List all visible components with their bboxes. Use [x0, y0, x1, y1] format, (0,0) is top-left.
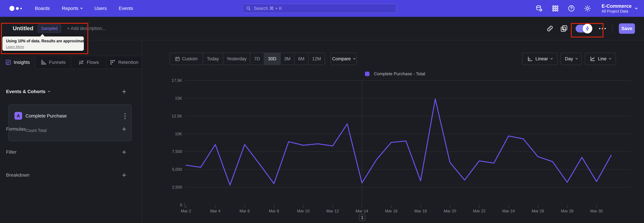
apps-grid-icon[interactable] — [552, 5, 559, 12]
add-description[interactable]: + Add description... — [67, 26, 106, 31]
compare-button[interactable]: Compare — [330, 53, 357, 65]
events-cohorts-label[interactable]: Events & Cohorts — [6, 89, 50, 94]
section-title: Events & Cohorts — [6, 89, 46, 94]
pagination-page-1[interactable]: 1 — [359, 214, 366, 221]
range-label: 3M — [284, 56, 291, 61]
y-axis-label: 15K — [154, 96, 182, 101]
insights-icon — [5, 59, 11, 65]
search-placeholder: Search ⌘ + K — [254, 6, 282, 11]
tab-funnels[interactable]: Funnels — [36, 56, 71, 69]
range-label: 12M — [312, 56, 321, 61]
copy-link-icon[interactable] — [546, 25, 554, 32]
filter-section: Filter + — [0, 145, 142, 159]
nav-item-users[interactable]: Users — [94, 6, 107, 11]
nav-item-events[interactable]: Events — [119, 6, 133, 11]
settings-gear-icon[interactable] — [584, 5, 591, 12]
learn-more-link[interactable]: Learn More — [6, 45, 24, 49]
nav-links: Boards Reports Users Events — [35, 6, 133, 11]
report-type-tabs: Insights Funnels Flows — [0, 56, 142, 69]
chevron-down-icon — [635, 7, 638, 10]
breakdown-section: Breakdown + — [0, 168, 142, 182]
nav-right-cluster: E-Commerce All Project Data — [536, 0, 637, 17]
scale-dropdown[interactable]: Linear — [522, 53, 558, 65]
search-input[interactable]: Search ⌘ + K — [242, 4, 397, 13]
x-axis-label: Mar 8 — [262, 209, 286, 213]
range-yesterday[interactable]: Yesterday — [223, 53, 250, 65]
range-30d[interactable]: 30D — [264, 53, 280, 65]
add-event-button[interactable]: + — [120, 87, 128, 96]
x-axis-label: Mar 4 — [204, 209, 227, 213]
range-label: Yesterday — [226, 56, 246, 61]
nav-item-reports[interactable]: Reports — [62, 6, 82, 11]
formulas-label: Formulas — [6, 126, 26, 132]
legend-swatch — [365, 72, 370, 76]
chevron-down-icon — [353, 57, 355, 59]
sampling-tooltip: Using 10% of data. Results are approxima… — [2, 37, 84, 51]
save-button[interactable]: Save — [619, 23, 635, 34]
x-axis-label: Mar 22 — [468, 209, 491, 213]
chevron-down-icon — [575, 57, 578, 59]
data-management-icon[interactable] — [536, 5, 543, 12]
x-axis-label: Mar 6 — [233, 209, 256, 213]
tab-label: Flows — [87, 60, 99, 65]
line-chart-icon — [590, 56, 595, 61]
range-label: 7D — [254, 56, 260, 61]
events-cohorts-header: Events & Cohorts + — [0, 85, 142, 98]
legend-label: Complete Purchase - Total — [374, 71, 425, 76]
sampling-toggle[interactable] — [576, 25, 591, 32]
nav-item-label: Users — [94, 6, 107, 11]
report-header: Untitled Sampled + Add description... — [0, 17, 644, 40]
range-custom[interactable]: Custom — [170, 53, 203, 65]
top-nav: Boards Reports Users Events Search ⌘ + K — [0, 0, 644, 17]
range-6m[interactable]: 6M — [294, 53, 308, 65]
tab-retention[interactable]: Retention — [106, 56, 142, 69]
add-to-board-icon[interactable] — [560, 25, 568, 32]
report-title[interactable]: Untitled — [13, 25, 33, 32]
add-breakdown-button[interactable]: + — [120, 171, 128, 179]
legend-item[interactable]: Complete Purchase - Total — [365, 71, 425, 76]
more-options-icon[interactable] — [599, 28, 606, 29]
header-divider — [612, 24, 612, 33]
range-label: Today — [207, 56, 219, 61]
x-axis-label: Mar 30 — [585, 209, 608, 213]
mixpanel-logo-icon[interactable] — [10, 6, 24, 11]
project-switcher[interactable]: E-Commerce All Project Data — [602, 3, 637, 14]
nav-item-boards[interactable]: Boards — [35, 6, 50, 11]
range-today[interactable]: Today — [203, 53, 223, 65]
help-icon[interactable] — [568, 5, 575, 12]
range-label: 30D — [268, 56, 276, 61]
project-scope: All Project Data — [602, 9, 632, 14]
tab-insights[interactable]: Insights — [0, 56, 36, 69]
date-range-segmented-control: Custom Today Yesterday 7D 30D 3M 6M 12M — [170, 53, 325, 65]
chevron-down-icon — [550, 57, 552, 59]
tab-label: Retention — [118, 60, 138, 65]
range-7d[interactable]: 7D — [250, 53, 264, 65]
funnels-icon — [40, 59, 46, 65]
x-axis-label: Mar 14 — [350, 209, 374, 213]
range-label: Custom — [182, 56, 198, 61]
event-name[interactable]: Complete Purchase — [26, 113, 67, 119]
compare-label: Compare — [332, 56, 351, 61]
x-axis-label: Mar 26 — [526, 209, 550, 213]
retention-icon — [110, 59, 116, 65]
scale-label: Linear — [535, 56, 548, 61]
sampled-badge[interactable]: Sampled — [38, 24, 61, 33]
lightning-bolt-icon — [585, 26, 590, 31]
interval-dropdown[interactable]: Day — [561, 53, 582, 65]
event-kebab-menu-icon[interactable] — [124, 112, 126, 120]
tab-flows[interactable]: Flows — [71, 56, 107, 69]
range-3m[interactable]: 3M — [280, 53, 294, 65]
y-axis-label: 17.5K — [154, 78, 182, 83]
project-text: E-Commerce All Project Data — [602, 3, 632, 14]
add-formula-button[interactable]: + — [120, 125, 128, 133]
flows-icon — [78, 59, 84, 65]
tab-label: Funnels — [49, 60, 66, 65]
y-axis-label: 12.5K — [154, 114, 182, 119]
tooltip-text: Using 10% of data. Results are approxima… — [6, 39, 80, 43]
y-axis-label: 5,000 — [154, 167, 182, 172]
add-filter-button[interactable]: + — [120, 148, 128, 156]
chart-type-dropdown[interactable]: Line — [585, 53, 616, 65]
nav-item-label: Reports — [62, 6, 78, 11]
event-letter-badge: A — [14, 112, 22, 120]
range-12m[interactable]: 12M — [308, 53, 325, 65]
